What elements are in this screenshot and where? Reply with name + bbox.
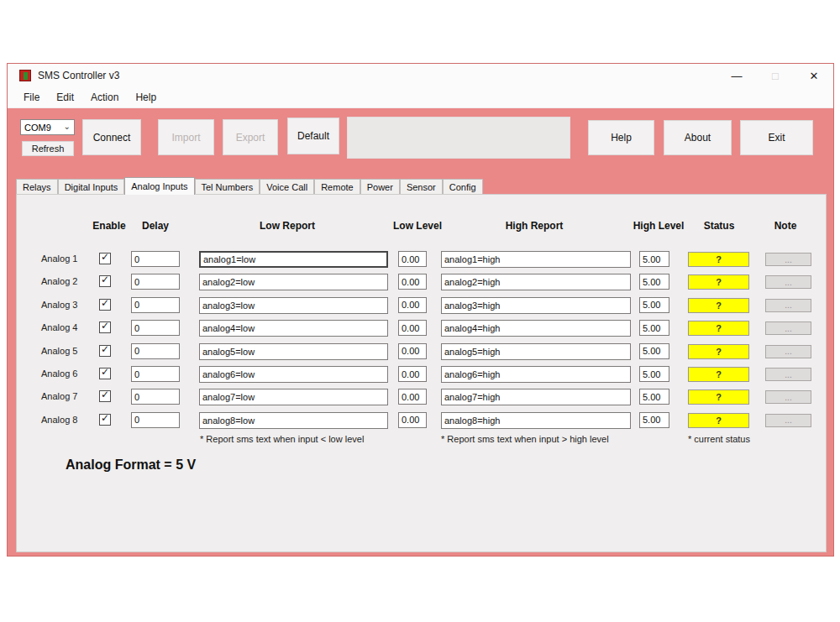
delay-input[interactable] bbox=[131, 251, 180, 267]
tab-relays[interactable]: Relays bbox=[16, 179, 58, 195]
high-level-input[interactable] bbox=[639, 274, 669, 290]
note-button[interactable]: ... bbox=[765, 368, 811, 381]
app-icon bbox=[19, 70, 31, 81]
tab-digital-inputs[interactable]: Digital Inputs bbox=[58, 179, 125, 195]
status-button[interactable]: ? bbox=[688, 413, 749, 428]
delay-input[interactable] bbox=[131, 297, 180, 313]
delay-input[interactable] bbox=[131, 274, 180, 290]
status-button[interactable]: ? bbox=[688, 252, 749, 267]
close-button[interactable]: ✕ bbox=[801, 64, 827, 87]
delay-input[interactable] bbox=[131, 343, 180, 359]
default-button[interactable]: Default bbox=[287, 118, 339, 154]
check-icon: ✓ bbox=[101, 343, 109, 355]
footnote-high-report: * Report sms text when input > high leve… bbox=[441, 434, 609, 444]
low-level-input[interactable] bbox=[398, 389, 427, 405]
high-report-input[interactable] bbox=[441, 320, 631, 337]
low-report-input[interactable] bbox=[199, 366, 388, 383]
enable-checkbox[interactable]: ✓ bbox=[99, 390, 111, 402]
high-level-input[interactable] bbox=[639, 297, 669, 313]
high-report-input[interactable] bbox=[441, 366, 631, 383]
about-button[interactable]: About bbox=[664, 120, 732, 155]
menu-help[interactable]: Help bbox=[127, 87, 165, 107]
low-report-input[interactable] bbox=[199, 320, 388, 337]
status-button[interactable]: ? bbox=[688, 344, 749, 359]
delay-input[interactable] bbox=[131, 320, 180, 336]
status-button[interactable]: ? bbox=[688, 298, 749, 313]
status-button[interactable]: ? bbox=[688, 389, 749, 405]
enable-checkbox[interactable]: ✓ bbox=[99, 321, 111, 333]
low-report-input[interactable] bbox=[199, 274, 388, 290]
low-level-input[interactable] bbox=[398, 343, 427, 359]
note-button[interactable]: ... bbox=[765, 253, 811, 266]
high-report-input[interactable] bbox=[441, 297, 631, 314]
high-level-input[interactable] bbox=[639, 366, 669, 382]
menu-action[interactable]: Action bbox=[82, 87, 127, 107]
delay-input[interactable] bbox=[131, 389, 180, 405]
enable-checkbox[interactable]: ✓ bbox=[99, 275, 111, 287]
tab-remote[interactable]: Remote bbox=[314, 179, 360, 195]
note-button[interactable]: ... bbox=[765, 275, 811, 289]
high-level-input[interactable] bbox=[639, 343, 669, 359]
tab-power[interactable]: Power bbox=[360, 179, 400, 195]
tab-analog-inputs[interactable]: Analog Inputs bbox=[124, 177, 194, 195]
high-report-input[interactable] bbox=[441, 274, 631, 290]
status-button[interactable]: ? bbox=[688, 367, 749, 382]
column-header-low-level: Low Level bbox=[393, 220, 442, 232]
note-button[interactable]: ... bbox=[765, 390, 811, 404]
low-report-input[interactable] bbox=[199, 389, 388, 405]
menu-edit[interactable]: Edit bbox=[48, 87, 82, 107]
low-level-input[interactable] bbox=[398, 412, 427, 428]
tab-tel-numbers[interactable]: Tel Numbers bbox=[195, 179, 260, 195]
low-level-input[interactable] bbox=[398, 320, 427, 336]
enable-checkbox[interactable]: ✓ bbox=[99, 414, 111, 426]
minimize-button[interactable]: — bbox=[724, 64, 749, 87]
enable-checkbox[interactable]: ✓ bbox=[99, 253, 111, 264]
exit-button[interactable]: Exit bbox=[740, 120, 813, 155]
menu-file[interactable]: File bbox=[15, 87, 48, 107]
low-report-input[interactable] bbox=[199, 297, 388, 314]
low-level-input[interactable] bbox=[398, 297, 427, 313]
enable-checkbox[interactable]: ✓ bbox=[99, 345, 111, 357]
note-button[interactable]: ... bbox=[765, 299, 811, 312]
status-button[interactable]: ? bbox=[688, 274, 749, 290]
low-report-input[interactable] bbox=[199, 343, 388, 360]
tab-config[interactable]: Config bbox=[443, 179, 483, 195]
high-report-input[interactable] bbox=[441, 251, 631, 268]
high-report-input[interactable] bbox=[441, 412, 631, 429]
enable-checkbox[interactable]: ✓ bbox=[99, 368, 111, 379]
tab-voice-call[interactable]: Voice Call bbox=[260, 179, 314, 195]
low-level-input[interactable] bbox=[398, 366, 427, 382]
row-label: Analog 4 bbox=[41, 322, 92, 332]
high-level-input[interactable] bbox=[639, 412, 669, 428]
low-report-input[interactable] bbox=[199, 412, 388, 429]
row-label: Analog 5 bbox=[41, 346, 92, 356]
check-icon: ✓ bbox=[101, 366, 109, 378]
low-report-input[interactable] bbox=[199, 251, 388, 268]
note-button[interactable]: ... bbox=[765, 414, 811, 427]
title-bar: SMS Controller v3 — □ ✕ bbox=[8, 64, 833, 87]
low-level-input[interactable] bbox=[398, 251, 427, 267]
tab-sensor[interactable]: Sensor bbox=[400, 179, 443, 195]
help-button[interactable]: Help bbox=[588, 120, 654, 155]
low-level-input[interactable] bbox=[398, 274, 427, 290]
maximize-button: □ bbox=[763, 64, 788, 87]
enable-checkbox[interactable]: ✓ bbox=[99, 299, 111, 311]
row-label: Analog 1 bbox=[41, 254, 92, 264]
high-level-input[interactable] bbox=[639, 320, 669, 336]
com-port-select[interactable]: COM9 ⌄ bbox=[20, 119, 75, 135]
high-level-input[interactable] bbox=[639, 251, 669, 267]
status-button[interactable]: ? bbox=[688, 321, 749, 336]
delay-input[interactable] bbox=[131, 366, 180, 382]
refresh-button[interactable]: Refresh bbox=[22, 141, 74, 156]
note-button[interactable]: ... bbox=[765, 321, 811, 335]
high-report-input[interactable] bbox=[441, 389, 631, 405]
table-row: Analog 1✓?... bbox=[17, 250, 826, 269]
delay-input[interactable] bbox=[131, 412, 180, 428]
high-report-input[interactable] bbox=[441, 343, 631, 360]
row-label: Analog 6 bbox=[41, 368, 92, 379]
check-icon: ✓ bbox=[101, 274, 109, 285]
high-level-input[interactable] bbox=[639, 389, 669, 405]
connect-button[interactable]: Connect bbox=[82, 119, 141, 155]
note-button[interactable]: ... bbox=[765, 345, 811, 358]
export-button: Export bbox=[223, 119, 278, 155]
